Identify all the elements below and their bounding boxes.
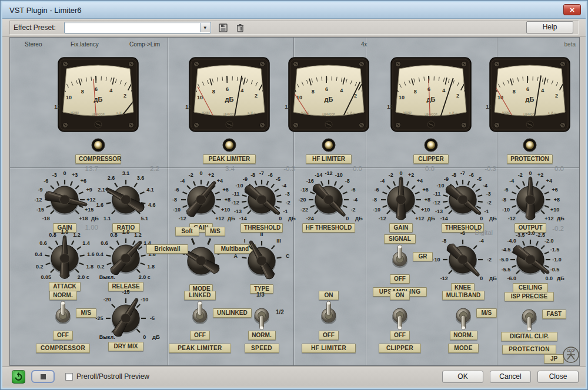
- svg-text:2: 2: [456, 93, 459, 99]
- peak-limiter-meter: 12108642дБM2050ЦВ4М2ОРк₂ И ☆: [188, 57, 270, 136]
- prot-switch-bottom-label: DIGITAL CLIP.: [501, 332, 558, 341]
- header-mode-comp-lim[interactable]: Comp->Lim: [129, 41, 160, 48]
- svg-text:0.4: 0.4: [35, 251, 42, 257]
- svg-text:-12: -12: [34, 197, 42, 203]
- svg-text:+10: +10: [550, 207, 559, 213]
- svg-text:0: 0: [199, 170, 202, 176]
- svg-text:+2: +2: [537, 172, 543, 178]
- svg-text:-20: -20: [298, 197, 306, 203]
- svg-text:+2: +2: [408, 172, 414, 178]
- clmode-switch-bottom-label: NORM.: [450, 331, 477, 340]
- svg-text:-12: -12: [440, 275, 448, 281]
- svg-text:0: 0: [529, 170, 532, 176]
- svg-text:-13: -13: [234, 209, 242, 214]
- power-button[interactable]: [12, 370, 25, 384]
- speed-switch[interactable]: [250, 300, 273, 331]
- svg-text:-6.0: -6.0: [507, 275, 516, 281]
- svg-text:-1.5: -1.5: [550, 247, 560, 253]
- svg-text:-16: -16: [306, 178, 314, 184]
- preroll-postroll-checkbox[interactable]: [65, 373, 73, 381]
- svg-text:-10: -10: [432, 257, 440, 263]
- svg-text:0.6: 0.6: [39, 240, 47, 246]
- svg-text:ЦВ4М2ОР: ЦВ4М2ОР: [322, 113, 335, 116]
- svg-text:-8: -8: [172, 197, 177, 203]
- close-button[interactable]: Close: [537, 371, 579, 383]
- svg-text:12: 12: [54, 104, 60, 110]
- svg-text:III: III: [276, 238, 281, 244]
- ok-button[interactable]: OK: [442, 371, 483, 383]
- cancel-button[interactable]: Cancel: [490, 371, 531, 383]
- svg-text:4.1: 4.1: [146, 187, 154, 193]
- svg-text:к₂ И ☆: к₂ И ☆: [248, 112, 256, 115]
- svg-text:12: 12: [486, 104, 492, 110]
- svg-text:-12: -12: [379, 216, 386, 221]
- svg-text:-2: -2: [189, 172, 193, 178]
- svg-text:-6: -6: [174, 187, 179, 193]
- ups-switch[interactable]: [388, 244, 412, 274]
- prot-switch[interactable]: [517, 301, 541, 332]
- pl-switch-top-label: LINKED: [184, 291, 215, 300]
- svg-text:-15: -15: [36, 207, 44, 213]
- svg-text:-6: -6: [44, 178, 48, 184]
- svg-text:ЦВ4М2ОР: ЦВ4М2ОР: [223, 113, 236, 116]
- svg-text:-3.0: -3.0: [526, 230, 535, 236]
- protection-meter: 12108642дБM2050ЦВ4М2ОРк₂ И ☆: [489, 57, 571, 136]
- stop-button[interactable]: [31, 370, 55, 383]
- pl-mode-option-soft: Soft: [175, 227, 199, 236]
- comp-switch-section-label: COMPRESSOR: [36, 344, 90, 353]
- svg-text:A: A: [233, 253, 238, 259]
- prot-switch-section-label: PROTECTION: [502, 345, 556, 354]
- svg-text:2: 2: [555, 93, 558, 99]
- svg-text:1.2: 1.2: [73, 232, 81, 238]
- svg-text:-6: -6: [351, 187, 356, 193]
- window-title: VST Plugin - Limiter6: [9, 6, 82, 15]
- digital-label: Digital: [448, 229, 493, 236]
- hf-switch[interactable]: [317, 300, 340, 331]
- svg-text:-4.5: -4.5: [502, 247, 511, 253]
- svg-text:-1.0: -1.0: [552, 257, 562, 263]
- header-mode-stereo[interactable]: Stereo: [25, 41, 42, 48]
- delete-preset-icon[interactable]: [235, 23, 245, 33]
- svg-text:6: 6: [526, 86, 529, 92]
- svg-text:-10: -10: [436, 183, 444, 189]
- svg-text:-7: -7: [259, 170, 264, 176]
- svg-text:-12: -12: [325, 170, 332, 176]
- svg-text:-5: -5: [276, 176, 280, 182]
- window-close-icon[interactable]: ✕: [563, 4, 581, 15]
- help-button[interactable]: Help: [526, 21, 573, 33]
- svg-text:-2.0: -2.0: [544, 238, 554, 244]
- svg-text:к₂ И ☆: к₂ И ☆: [548, 112, 556, 115]
- svg-text:+4: +4: [546, 178, 552, 184]
- svg-text:-3.5: -3.5: [516, 232, 525, 238]
- svg-text:-12: -12: [433, 200, 440, 206]
- header-mode-fix-latency[interactable]: Fix.latency: [71, 41, 99, 48]
- svg-text:-8: -8: [502, 197, 506, 203]
- svg-text:4: 4: [541, 88, 544, 93]
- svg-text:-9: -9: [38, 187, 42, 193]
- effect-preset-select[interactable]: ▼: [64, 22, 211, 33]
- save-preset-icon[interactable]: [218, 23, 228, 33]
- cl-switch[interactable]: [388, 300, 412, 331]
- svg-text:дБ: дБ: [557, 275, 564, 281]
- cl-switch-bottom-label: OFF: [390, 331, 410, 340]
- clmode-switch[interactable]: [452, 300, 475, 331]
- preroll-postroll-label: Preroll/Postroll Preview: [76, 372, 149, 381]
- title-bar[interactable]: VST Plugin - Limiter6 ✕: [2, 2, 586, 19]
- svg-text:1.2: 1.2: [134, 232, 142, 238]
- chevron-down-icon[interactable]: ▼: [200, 23, 210, 32]
- svg-text:I: I: [244, 238, 246, 244]
- comp-switch[interactable]: [51, 300, 75, 331]
- svg-text:ЦВ4М2ОР: ЦВ4М2ОР: [92, 113, 105, 116]
- ups-switch-bottom-label: OFF: [390, 274, 410, 284]
- svg-text:+2: +2: [208, 172, 214, 178]
- svg-text:1.0: 1.0: [61, 229, 69, 235]
- svg-text:-0.5: -0.5: [550, 267, 560, 273]
- pl-switch-section-label: PEAK LIMITER: [169, 344, 230, 353]
- svg-text:0.8: 0.8: [110, 232, 118, 238]
- svg-text:-6: -6: [374, 187, 379, 193]
- svg-text:-6: -6: [268, 172, 273, 178]
- svg-text:к₂ И ☆: к₂ И ☆: [347, 112, 355, 115]
- pl-switch[interactable]: [188, 300, 212, 331]
- prot-switch-right-label: FAST: [542, 310, 566, 319]
- svg-text:-13: -13: [435, 209, 443, 214]
